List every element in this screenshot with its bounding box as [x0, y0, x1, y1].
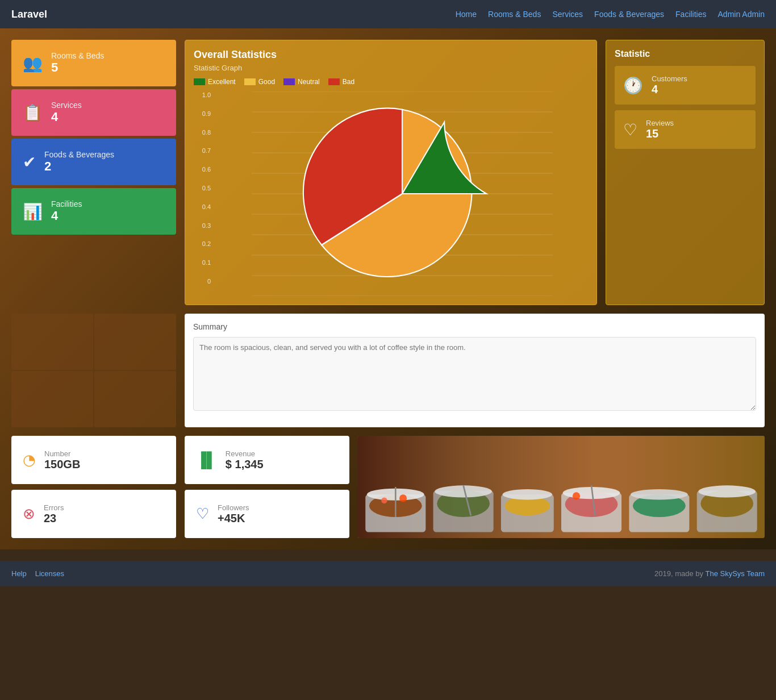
- revenue-label: Revenue: [226, 449, 264, 458]
- summary-box: Summary: [185, 314, 765, 427]
- summary-textarea[interactable]: [193, 337, 756, 411]
- y-axis: 1.0 0.9 0.8 0.7 0.6 0.5 0.4 0.3 0.2 0.1 …: [194, 91, 214, 285]
- followers-value: +45K: [218, 512, 249, 525]
- followers-icon: ♡: [196, 505, 209, 523]
- top-row: 👥 Rooms & Beds 5 📋 Services 4 ✔ Foods & …: [11, 40, 765, 305]
- revenue-icon: ▐▌: [196, 451, 217, 469]
- legend-bad: Bad: [328, 78, 354, 86]
- foods-icon: ✔: [23, 153, 36, 172]
- customers-value: 4: [652, 83, 687, 96]
- followers-label: Followers: [218, 503, 249, 512]
- footer-help[interactable]: Help: [11, 569, 27, 578]
- overall-title: Overall Statistics: [194, 49, 588, 61]
- food-image-box: [358, 436, 765, 538]
- metric-revenue: ▐▌ Revenue $ 1,345: [185, 436, 349, 484]
- blur-tile-4: [94, 371, 176, 427]
- legend-color-excellent: [194, 78, 205, 85]
- blur-tile-3: [11, 371, 93, 427]
- metric-cards-right: ▐▌ Revenue $ 1,345 ♡ Followers +45K: [185, 436, 349, 538]
- blur-left-panel: [11, 314, 176, 427]
- chart-legend: Excellent Good Neutral Bad: [194, 78, 588, 86]
- number-value: 150GB: [44, 458, 80, 471]
- metric-errors: ⊗ Errors 23: [11, 490, 176, 538]
- navbar: Laravel Home Rooms & Beds Services Foods…: [0, 0, 776, 28]
- food-image: [358, 436, 765, 538]
- blur-tile-2: [94, 314, 176, 370]
- foods-label: Foods & Beverages: [44, 150, 114, 159]
- footer: Help Licenses 2019, made by The SkySys T…: [0, 561, 776, 586]
- main-wrapper: 👥 Rooms & Beds 5 📋 Services 4 ✔ Foods & …: [0, 28, 776, 549]
- rooms-value: 5: [51, 60, 104, 75]
- stat-cards-left: 👥 Rooms & Beds 5 📋 Services 4 ✔ Foods & …: [11, 40, 176, 305]
- reviews-card: ♡ Reviews 15: [615, 110, 756, 149]
- legend-color-good: [244, 78, 256, 85]
- footer-licenses[interactable]: Licenses: [35, 569, 64, 578]
- revenue-value: $ 1,345: [226, 458, 264, 471]
- facilities-value: 4: [51, 209, 82, 223]
- blur-tile-1: [11, 314, 93, 370]
- errors-value: 23: [44, 512, 64, 525]
- legend-label-excellent: Excellent: [208, 78, 236, 86]
- svg-point-29: [631, 489, 688, 500]
- reviews-label: Reviews: [646, 119, 674, 127]
- nav-home[interactable]: Home: [456, 10, 477, 19]
- legend-label-bad: Bad: [343, 78, 354, 86]
- legend-color-bad: [328, 78, 340, 85]
- stat-card-facilities[interactable]: 📊 Facilities 4: [11, 188, 176, 235]
- metric-number: ◔ Number 150GB: [11, 436, 176, 484]
- legend-neutral: Neutral: [283, 78, 320, 86]
- services-label: Services: [51, 101, 82, 110]
- svg-point-27: [503, 489, 553, 500]
- reviews-value: 15: [646, 127, 674, 140]
- customers-label: Customers: [652, 74, 687, 83]
- admin-menu[interactable]: Admin Admin: [718, 10, 765, 19]
- legend-label-neutral: Neutral: [298, 78, 320, 86]
- footer-copyright: 2019, made by: [654, 569, 705, 578]
- footer-team-link[interactable]: The SkySys Team: [705, 569, 765, 578]
- number-icon: ◔: [23, 451, 36, 469]
- nav-services[interactable]: Services: [552, 10, 583, 19]
- customers-icon: 🕐: [623, 76, 643, 95]
- third-row: ◔ Number 150GB ⊗ Errors 23 ▐▌ Revenue: [11, 436, 765, 538]
- facilities-label: Facilities: [51, 199, 82, 209]
- chart-area: 1.0 0.9 0.8 0.7 0.6 0.5 0.4 0.3 0.2 0.1 …: [194, 91, 588, 296]
- svg-point-33: [573, 492, 580, 499]
- nav-foods[interactable]: Foods & Beverages: [594, 10, 664, 19]
- svg-point-32: [381, 498, 387, 504]
- svg-point-31: [399, 494, 407, 502]
- rooms-icon: 👥: [23, 54, 43, 73]
- services-icon: 📋: [23, 103, 43, 122]
- nav-links: Home Rooms & Beds Services Foods & Bever…: [456, 10, 765, 19]
- errors-icon: ⊗: [23, 505, 35, 523]
- errors-label: Errors: [44, 503, 64, 512]
- nav-facilities[interactable]: Facilities: [675, 10, 706, 19]
- statistic-right-title: Statistic: [615, 49, 756, 59]
- metric-followers: ♡ Followers +45K: [185, 490, 349, 538]
- legend-good: Good: [244, 78, 275, 86]
- food-svg: [358, 436, 765, 538]
- number-label: Number: [44, 449, 80, 458]
- metric-cards-left: ◔ Number 150GB ⊗ Errors 23: [11, 436, 176, 538]
- reviews-icon: ♡: [623, 120, 637, 139]
- footer-right: 2019, made by The SkySys Team: [654, 569, 765, 578]
- summary-label: Summary: [193, 322, 756, 331]
- pie-chart-wrap: [216, 91, 588, 296]
- customers-card: 🕐 Customers 4: [615, 66, 756, 105]
- stat-card-foods[interactable]: ✔ Foods & Beverages 2: [11, 139, 176, 185]
- footer-links: Help Licenses: [11, 569, 64, 578]
- foods-value: 2: [44, 159, 114, 174]
- stat-card-rooms[interactable]: 👥 Rooms & Beds 5: [11, 40, 176, 86]
- stat-card-services[interactable]: 📋 Services 4: [11, 89, 176, 136]
- overall-subtitle: Statistic Graph: [194, 64, 588, 72]
- rooms-label: Rooms & Beds: [51, 51, 104, 60]
- nav-rooms[interactable]: Rooms & Beds: [488, 10, 541, 19]
- facilities-icon: 📊: [23, 202, 43, 221]
- statistic-right-panel: Statistic 🕐 Customers 4 ♡ Reviews 15: [606, 40, 765, 305]
- legend-color-neutral: [283, 78, 295, 85]
- second-row: Summary: [11, 314, 765, 427]
- legend-label-good: Good: [258, 78, 275, 86]
- pie-chart-svg: [216, 91, 588, 296]
- brand-logo: Laravel: [11, 9, 47, 20]
- legend-excellent: Excellent: [194, 78, 236, 86]
- svg-point-30: [698, 485, 756, 497]
